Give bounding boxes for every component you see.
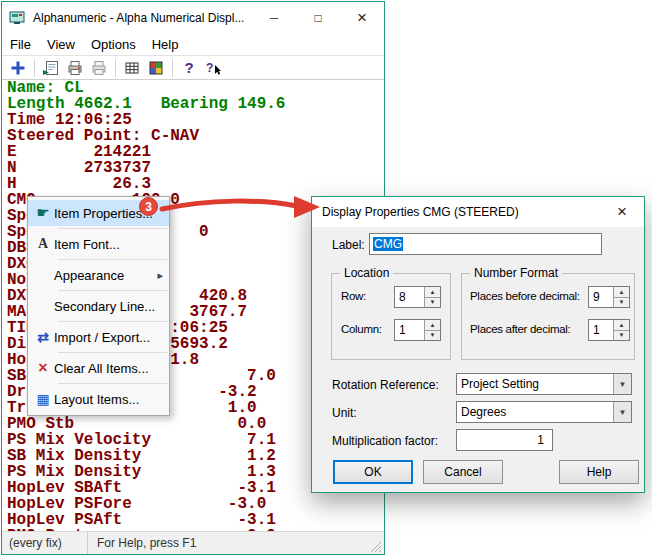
label-caption: Label: [332,238,365,252]
print-icon[interactable] [63,57,87,79]
menu-bar: FileViewOptionsHelp [2,33,384,55]
display-line: Time 12:06:25 [7,112,384,128]
status-pane-help: For Help, press F1 [88,536,368,550]
spin-up-icon[interactable]: ▲ [614,287,629,298]
help-button[interactable]: Help [559,460,639,484]
unit-label: Unit: [332,406,357,420]
status-pane-mode: (every fix) [2,532,88,554]
row-label: Row: [341,290,366,302]
rotation-reference-label: Rotation Reference: [332,378,439,392]
dialog-title: Display Properties CMG (STEERED) [322,205,519,219]
spin-up-icon[interactable]: ▲ [425,320,440,331]
context-menu-item-secondary-line[interactable]: Secondary Line... [28,293,169,319]
row-value: 8 [395,287,424,307]
context-menu: ☛Item Properties...AItem Font...Appearan… [27,196,170,416]
annotation-badge: 3 [139,197,158,216]
display-line: N 2733737 [7,160,384,176]
context-menu-item-label: Clear All Items... [54,361,149,376]
places-after-spinner[interactable]: 1 ▲ ▼ [588,319,630,341]
chevron-down-icon[interactable]: ▼ [613,402,631,422]
unit-select[interactable]: Degrees ▼ [456,401,632,423]
spin-up-icon[interactable]: ▲ [425,287,440,298]
unit-value: Degrees [457,405,613,419]
rotation-reference-value: Project Setting [457,377,613,391]
item-font-icon: A [32,236,54,252]
menubar-item-help[interactable]: Help [144,33,187,55]
toolbar: ? ? [2,55,384,80]
spin-down-icon[interactable]: ▼ [425,298,440,308]
context-menu-item-label: Layout Items... [54,392,139,407]
display-line: E 214221 [7,144,384,160]
chevron-down-icon[interactable]: ▼ [613,374,631,394]
colors-icon[interactable] [144,57,168,79]
properties-dialog: Display Properties CMG (STEERED) × Label… [311,196,645,493]
context-menu-item-layout-items[interactable]: ▦Layout Items... [28,386,169,412]
context-menu-item-label: Secondary Line... [54,299,155,314]
dialog-close-button[interactable]: × [600,197,644,227]
cancel-button[interactable]: Cancel [423,460,503,484]
places-before-spinner[interactable]: 9 ▲ ▼ [588,286,630,308]
resize-grip[interactable] [368,539,383,554]
dialog-titlebar: Display Properties CMG (STEERED) × [312,197,644,227]
item-properties-icon: ☛ [32,204,54,222]
places-before-value: 9 [589,287,613,307]
context-menu-item-label: Item Font... [54,237,120,252]
context-menu-item-item-font[interactable]: AItem Font... [28,231,169,257]
grid-icon[interactable] [120,57,144,79]
dialog-body: Label: CMG Location Row: 8 ▲ ▼ Column: 1… [312,227,644,492]
spin-down-icon[interactable]: ▼ [614,298,629,308]
status-bar: (every fix) For Help, press F1 [2,531,384,554]
menu-separator [58,228,167,229]
spin-down-icon[interactable]: ▼ [425,331,440,341]
submenu-arrow-icon: ▸ [157,269,163,282]
number-format-group: Number Format Places before decimal: 9 ▲… [461,273,635,360]
column-spinner[interactable]: 1 ▲ ▼ [394,319,441,341]
print-preview-icon[interactable] [87,57,111,79]
menubar-item-file[interactable]: File [2,33,39,55]
toolbar-separator [115,59,116,77]
context-help-icon[interactable]: ? [201,57,225,79]
context-menu-item-label: Import / Export... [54,330,150,345]
multiplication-factor-label: Multiplication factor: [332,434,438,448]
layout-items-icon: ▦ [32,391,54,407]
location-group: Location Row: 8 ▲ ▼ Column: 1 ▲ ▼ [331,273,451,360]
multiplication-factor-input[interactable]: 1 [456,429,553,451]
display-line: Name: CL [7,80,384,96]
context-menu-item-import-export[interactable]: ⇄Import / Export... [28,324,169,350]
context-menu-item-clear-all-items[interactable]: ×Clear All Items... [28,355,169,381]
number-format-group-title: Number Format [470,266,562,280]
spin-down-icon[interactable]: ▼ [614,331,629,341]
window-controls: ─ □ × [252,2,384,33]
add-icon[interactable] [6,57,30,79]
column-value: 1 [395,320,424,340]
spin-up-icon[interactable]: ▲ [614,320,629,331]
spinner-buttons: ▲ ▼ [613,320,629,340]
label-input[interactable]: CMG [369,233,602,255]
display-line: Length 4662.1 Bearing 149.6 [7,96,384,112]
places-before-label: Places before decimal: [470,290,580,302]
row-spinner[interactable]: 8 ▲ ▼ [394,286,441,308]
minimize-button[interactable]: ─ [252,2,296,33]
close-button[interactable]: × [340,2,384,33]
menu-separator [58,352,167,353]
spinner-buttons: ▲ ▼ [424,287,440,307]
help-icon[interactable]: ? [177,57,201,79]
rotation-reference-select[interactable]: Project Setting ▼ [456,373,632,395]
svg-text:?: ? [206,61,213,75]
import-export-icon: ⇄ [32,329,54,345]
menu-separator [58,383,167,384]
spinner-buttons: ▲ ▼ [424,320,440,340]
item-properties-icon[interactable] [39,57,63,79]
app-icon [9,10,27,26]
label-value-selected: CMG [373,237,403,251]
display-line: HopLev PSAft -3.1 [7,512,384,528]
maximize-button[interactable]: □ [296,2,340,33]
menubar-item-options[interactable]: Options [83,33,144,55]
clear-all-icon: × [32,359,54,377]
ok-button[interactable]: OK [333,460,413,484]
display-line: HopLev PSFore -3.0 [7,496,384,512]
places-after-label: Places after decimal: [470,323,570,335]
window-title: Alphanumeric - Alpha Numerical Displ... [33,11,244,25]
menubar-item-view[interactable]: View [39,33,83,55]
context-menu-item-appearance[interactable]: Appearance▸ [28,262,169,288]
